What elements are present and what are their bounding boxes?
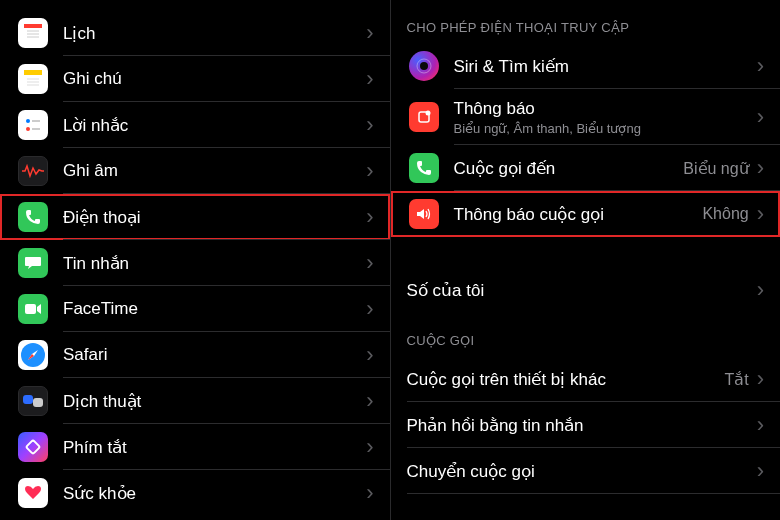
setting-announce-calls[interactable]: Thông báo cuộc gọi Không › <box>391 191 781 237</box>
setting-respond-with-text[interactable]: Phản hồi bằng tin nhắn › <box>391 402 781 448</box>
svg-rect-0 <box>24 24 42 28</box>
setting-incoming-calls[interactable]: Cuộc gọi đến Biểu ngữ › <box>391 145 781 191</box>
section-header-access: CHO PHÉP ĐIỆN THOẠI TRUY CẬP <box>391 0 781 43</box>
settings-item-calendar[interactable]: Lịch › <box>0 10 390 56</box>
settings-main-list: Lịch › Ghi chú › Lời nhắc › Ghi âm › Điệ… <box>0 0 390 520</box>
chevron-right-icon: › <box>366 482 373 504</box>
svg-point-24 <box>425 111 430 116</box>
section-header-calls: CUỘC GỌI <box>391 313 781 356</box>
settings-item-label: Phím tắt <box>63 437 366 458</box>
setting-label: Phản hồi bằng tin nhắn <box>407 415 757 436</box>
chevron-right-icon: › <box>366 344 373 366</box>
phone-icon <box>18 202 48 232</box>
safari-icon <box>18 340 48 370</box>
settings-item-label: Sức khỏe <box>63 483 366 504</box>
settings-item-label: Safari <box>63 345 366 365</box>
svg-rect-5 <box>24 70 42 75</box>
health-icon <box>18 478 48 508</box>
settings-item-label: Tin nhắn <box>63 253 366 274</box>
chevron-right-icon: › <box>757 368 764 390</box>
svg-point-10 <box>26 119 30 123</box>
chevron-right-icon: › <box>366 206 373 228</box>
setting-label: Số của tôi <box>407 280 757 301</box>
settings-item-label: Lời nhắc <box>63 115 366 136</box>
chevron-right-icon: › <box>366 114 373 136</box>
settings-item-safari[interactable]: Safari › <box>0 332 390 378</box>
settings-item-label: FaceTime <box>63 299 366 319</box>
settings-item-messages[interactable]: Tin nhắn › <box>0 240 390 286</box>
chevron-right-icon: › <box>757 203 764 225</box>
setting-sublabel: Biểu ngữ, Âm thanh, Biểu tượng <box>454 121 757 136</box>
translate-icon <box>18 386 48 416</box>
setting-label: Siri & Tìm kiếm <box>454 56 757 77</box>
chevron-right-icon: › <box>366 160 373 182</box>
chevron-right-icon: › <box>757 279 764 301</box>
svg-rect-12 <box>32 120 40 122</box>
settings-item-facetime[interactable]: FaceTime › <box>0 286 390 332</box>
chevron-right-icon: › <box>366 22 373 44</box>
settings-item-label: Dịch thuật <box>63 391 366 412</box>
announce-icon <box>409 199 439 229</box>
chevron-right-icon: › <box>757 414 764 436</box>
setting-siri-search[interactable]: Siri & Tìm kiếm › <box>391 43 781 89</box>
setting-label: Cuộc gọi đến <box>454 158 684 179</box>
chevron-right-icon: › <box>757 55 764 77</box>
voicememos-icon <box>18 156 48 186</box>
svg-point-11 <box>26 127 30 131</box>
setting-value: Biểu ngữ <box>683 159 748 178</box>
chevron-right-icon: › <box>757 106 764 128</box>
svg-rect-1 <box>24 28 42 42</box>
notes-icon <box>18 64 48 94</box>
incoming-call-icon <box>409 153 439 183</box>
settings-item-label: Điện thoại <box>63 207 366 228</box>
settings-item-voicememos[interactable]: Ghi âm › <box>0 148 390 194</box>
settings-item-notes[interactable]: Ghi chú › <box>0 56 390 102</box>
setting-value: Không <box>702 205 748 223</box>
chevron-right-icon: › <box>757 460 764 482</box>
svg-rect-19 <box>33 398 43 407</box>
facetime-icon <box>18 294 48 324</box>
settings-item-label: Ghi âm <box>63 161 366 181</box>
phone-settings-detail: CHO PHÉP ĐIỆN THOẠI TRUY CẬP Siri & Tìm … <box>390 0 781 520</box>
setting-label: Chuyển cuộc gọi <box>407 461 757 482</box>
messages-icon <box>18 248 48 278</box>
settings-item-phone[interactable]: Điện thoại › <box>0 194 390 240</box>
settings-item-health[interactable]: Sức khỏe › <box>0 470 390 516</box>
siri-icon <box>409 51 439 81</box>
setting-call-forwarding[interactable]: Chuyển cuộc gọi › <box>391 448 781 494</box>
setting-calls-other-devices[interactable]: Cuộc gọi trên thiết bị khác Tắt › <box>391 356 781 402</box>
settings-item-shortcuts[interactable]: Phím tắt › <box>0 424 390 470</box>
reminders-icon <box>18 110 48 140</box>
settings-item-reminders[interactable]: Lời nhắc › <box>0 102 390 148</box>
setting-label: Thông báo cuộc gọi <box>454 204 703 225</box>
svg-rect-13 <box>32 128 40 130</box>
chevron-right-icon: › <box>366 436 373 458</box>
chevron-right-icon: › <box>366 252 373 274</box>
svg-rect-14 <box>25 304 36 314</box>
setting-notifications[interactable]: Thông báo Biểu ngữ, Âm thanh, Biểu tượng… <box>391 89 781 145</box>
setting-value: Tắt <box>724 370 748 389</box>
setting-label: Cuộc gọi trên thiết bị khác <box>407 369 725 390</box>
settings-item-label: Ghi chú <box>63 69 366 89</box>
chevron-right-icon: › <box>366 68 373 90</box>
chevron-right-icon: › <box>366 298 373 320</box>
chevron-right-icon: › <box>366 390 373 412</box>
settings-item-translate[interactable]: Dịch thuật › <box>0 378 390 424</box>
settings-item-label: Lịch <box>63 23 366 44</box>
notification-icon <box>409 102 439 132</box>
calendar-icon <box>18 18 48 48</box>
svg-rect-18 <box>23 395 33 404</box>
shortcuts-icon <box>18 432 48 462</box>
setting-label: Thông báo <box>454 99 757 119</box>
chevron-right-icon: › <box>757 157 764 179</box>
svg-point-22 <box>420 62 428 70</box>
setting-my-number[interactable]: Số của tôi › <box>391 267 781 313</box>
svg-rect-20 <box>26 440 40 454</box>
